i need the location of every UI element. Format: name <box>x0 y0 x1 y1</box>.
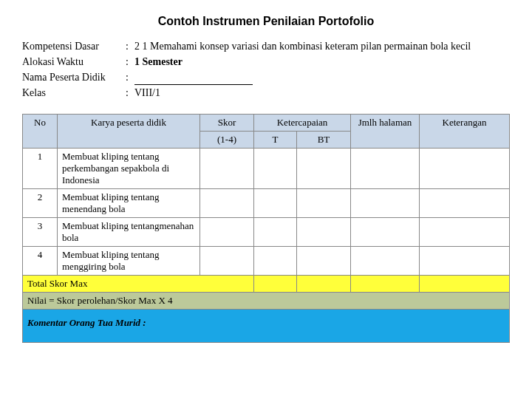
meta-label: Kompetensi Dasar <box>22 38 126 54</box>
cell-skor <box>200 218 254 247</box>
cell-jmlh <box>351 218 420 247</box>
cell-ket <box>420 189 510 218</box>
cell-skor <box>200 247 254 276</box>
nilai-label: Nilai = Skor perolehan/Skor Max X 4 <box>23 293 510 310</box>
meta-alokasi: Alokasi Waktu : 1 Semester <box>22 54 510 69</box>
cell-karya: Membuat kliping tentang menendang bola <box>58 189 200 218</box>
table-row: 1 Membuat kliping tentang perkembangan s… <box>23 149 510 189</box>
cell-ket <box>420 247 510 276</box>
cell-ket <box>420 218 510 247</box>
meta-nama: Nama Peserta Didik : <box>22 69 510 85</box>
cell-blank <box>420 276 510 293</box>
cell-jmlh <box>351 247 420 276</box>
blank-line <box>134 74 253 85</box>
cell-t <box>254 149 297 189</box>
th-t: T <box>254 132 297 149</box>
cell-skor <box>200 149 254 189</box>
meta-kompetensi: Kompetensi Dasar : 2 1 Memahami konsep v… <box>22 38 510 54</box>
row-komentar: Komentar Orang Tua Murid : <box>23 310 510 343</box>
cell-karya: Membuat kliping tentang perkembangan sep… <box>58 149 200 189</box>
cell-skor <box>200 189 254 218</box>
cell-no: 3 <box>23 218 58 247</box>
table-row: 3 Membuat kliping tentangmenahan bola <box>23 218 510 247</box>
cell-t <box>254 218 297 247</box>
cell-jmlh <box>351 189 420 218</box>
meta-colon: : <box>126 69 134 85</box>
table-row: 2 Membuat kliping tentang menendang bola <box>23 189 510 218</box>
meta-kelas: Kelas : VIII/1 <box>22 85 510 100</box>
cell-blank <box>254 276 297 293</box>
page-title: Contoh Instrumen Penilaian Portofolio <box>22 15 510 28</box>
meta-value: 2 1 Memahami konsep variasi dan kombinas… <box>134 38 510 54</box>
meta-colon: : <box>126 85 134 100</box>
komentar-label: Komentar Orang Tua Murid : <box>23 310 510 343</box>
meta-value: VIII/1 <box>134 85 510 100</box>
cell-bt <box>297 218 351 247</box>
cell-no: 1 <box>23 149 58 189</box>
meta-colon: : <box>126 54 134 69</box>
cell-blank <box>351 276 420 293</box>
meta-label: Alokasi Waktu <box>22 54 126 69</box>
cell-no: 4 <box>23 247 58 276</box>
th-skor-sub: (1-4) <box>200 132 254 149</box>
th-no: No <box>23 115 58 149</box>
header-row-1: No Karya peserta didik Skor Ketercapaian… <box>23 115 510 132</box>
alokasi-bold: 1 Semester <box>134 56 183 67</box>
meta-label: Nama Peserta Didik <box>22 69 126 85</box>
row-total: Total Skor Max <box>23 276 510 293</box>
th-bt: BT <box>297 132 351 149</box>
cell-blank <box>297 276 351 293</box>
th-jmlh: Jmlh halaman <box>351 115 420 149</box>
meta-value: 1 Semester <box>134 54 510 69</box>
cell-no: 2 <box>23 189 58 218</box>
assessment-table: No Karya peserta didik Skor Ketercapaian… <box>22 114 510 343</box>
meta-label: Kelas <box>22 85 126 100</box>
cell-karya: Membuat kliping tentang menggiring bola <box>58 247 200 276</box>
cell-bt <box>297 149 351 189</box>
total-label: Total Skor Max <box>23 276 254 293</box>
cell-t <box>254 189 297 218</box>
row-nilai: Nilai = Skor perolehan/Skor Max X 4 <box>23 293 510 310</box>
meta-value <box>134 69 510 85</box>
cell-ket <box>420 149 510 189</box>
th-skor: Skor <box>200 115 254 132</box>
th-ketercapaian: Ketercapaian <box>254 115 351 132</box>
cell-jmlh <box>351 149 420 189</box>
cell-t <box>254 247 297 276</box>
cell-karya: Membuat kliping tentangmenahan bola <box>58 218 200 247</box>
meta-colon: : <box>126 38 134 54</box>
table-row: 4 Membuat kliping tentang menggiring bol… <box>23 247 510 276</box>
meta-block: Kompetensi Dasar : 2 1 Memahami konsep v… <box>22 38 510 100</box>
cell-bt <box>297 247 351 276</box>
th-karya: Karya peserta didik <box>58 115 200 149</box>
cell-bt <box>297 189 351 218</box>
th-keterangan: Keterangan <box>420 115 510 149</box>
